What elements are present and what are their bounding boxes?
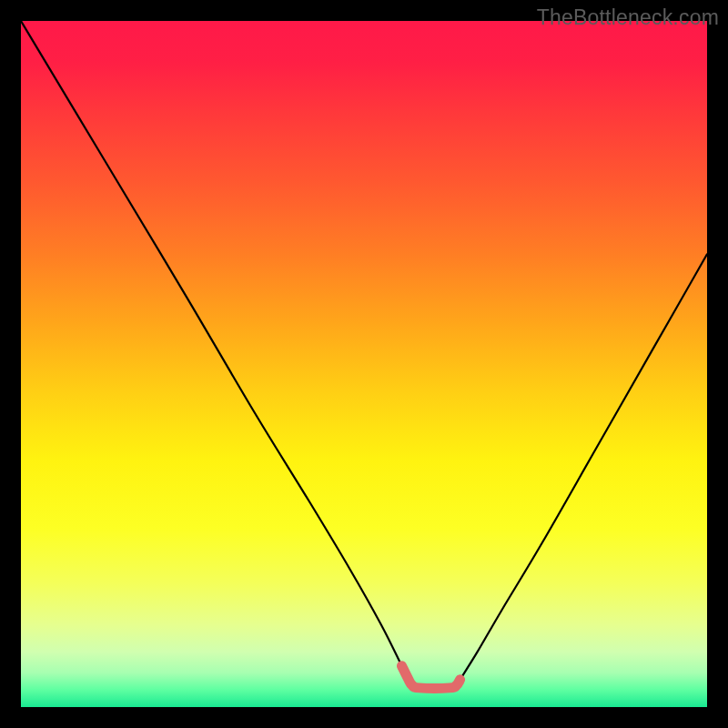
chart-frame: TheBottleneck.com [0, 0, 728, 728]
background-gradient [21, 21, 707, 707]
watermark-text: TheBottleneck.com [537, 5, 719, 30]
plot-area [21, 21, 707, 707]
chart-svg [21, 21, 707, 707]
